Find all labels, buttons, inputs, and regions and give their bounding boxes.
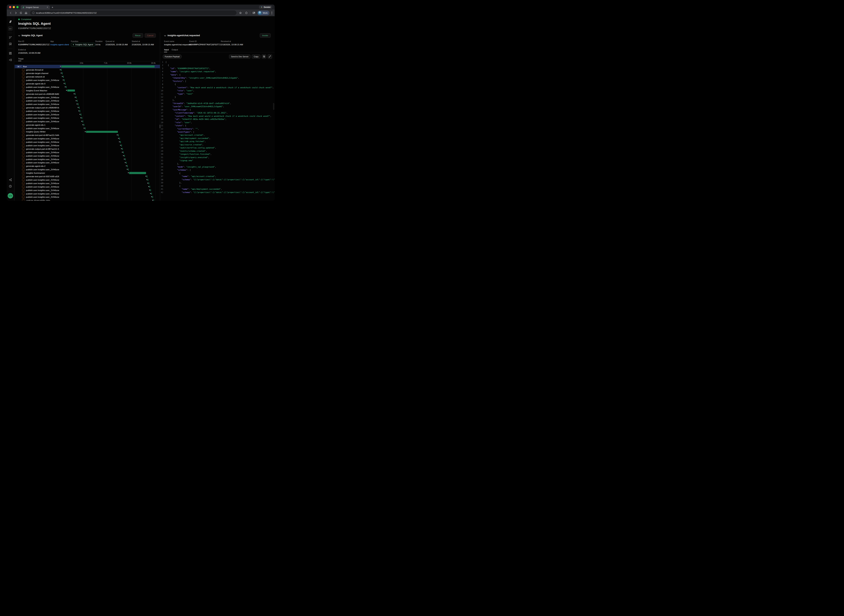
step-count-badge[interactable]: 40 (17, 65, 22, 68)
gantt-bar[interactable] (67, 89, 75, 92)
tab-close-icon[interactable]: × (46, 6, 48, 8)
browser-menu-icon[interactable] (271, 12, 273, 14)
trace-row[interactable]: >_publish:user:insights:user_2VH6zowmh..… (15, 158, 160, 161)
window-controls[interactable] (7, 4, 21, 9)
gantt-bar[interactable] (127, 165, 128, 167)
gantt-bar[interactable] (125, 158, 126, 160)
trace-row[interactable]: >_publish:user:insights:user_2VH6zowmh..… (15, 185, 160, 188)
trace-row[interactable]: >_publish:user:insights:user_2VH6zowmh..… (15, 110, 160, 113)
payload-json-editor[interactable]: 1[2 {3 "id": "01KHRMPVZP0V977KAT2GP3ST7J… (160, 60, 275, 194)
trace-row[interactable]: >_publish:user:insights:user_2VH6zowmh..… (15, 151, 160, 154)
scrollbar-thumb[interactable] (273, 103, 274, 110)
trace-row[interactable]: >_generate-network-id (15, 75, 160, 79)
forward-icon[interactable] (14, 11, 18, 15)
trace-row[interactable]: >_publish:user:insights:user_2VH6zowmh..… (15, 116, 160, 120)
invoke-button[interactable]: Invoke (260, 33, 271, 38)
gantt-bar[interactable] (152, 196, 153, 198)
copy-button[interactable]: Copy (252, 54, 261, 59)
gantt-bar[interactable] (122, 148, 123, 150)
gantt-bar[interactable] (75, 93, 75, 95)
gantt-bar[interactable] (78, 103, 78, 105)
gantt-bar[interactable] (149, 182, 149, 185)
trace-row[interactable]: >_publish:user:insights:user_2VH6zowmh..… (15, 120, 160, 123)
gantt-bar[interactable] (118, 134, 119, 136)
gantt-bar[interactable] (82, 117, 82, 119)
word-wrap-icon[interactable] (262, 54, 266, 59)
gantt-bar[interactable] (120, 141, 121, 143)
trace-row[interactable]: >_generate-agent-ids-0 (15, 82, 160, 85)
trace-row[interactable]: >_generate-output-part-id-887aa111-5d4e.… (15, 147, 160, 151)
gantt-bar[interactable] (121, 144, 122, 147)
trace-row[interactable]: >_publish:user:insights:user_2VH6zowmh..… (15, 96, 160, 99)
trace-row[interactable]: >_publish:user:insights:user_2VH6zowmh..… (15, 161, 160, 164)
gantt-bar[interactable] (148, 179, 148, 181)
gantt-bar[interactable] (86, 131, 118, 133)
trace-row[interactable]: >_publish:user:insights:user_2VH6zowmh..… (15, 178, 160, 182)
trace-row[interactable]: >_publish:user:insights:user_2VH6zowmh..… (15, 195, 160, 199)
trace-row[interactable]: ∿Insights Summarizer (15, 172, 160, 175)
gantt-bar[interactable] (61, 66, 155, 67)
browser-tab[interactable]: Inngest Server × (21, 5, 50, 9)
gantt-bar[interactable] (128, 169, 129, 171)
trace-row[interactable]: >_publish:user:insights:user_2VH6zowmh..… (15, 99, 160, 103)
apps-icon[interactable] (8, 51, 13, 56)
terminal-logs-icon[interactable] (8, 58, 13, 62)
gantt-bar[interactable] (126, 162, 127, 164)
trace-row[interactable]: ∿Insights Event Matcher (15, 89, 160, 92)
cancel-button[interactable]: Cancel (145, 33, 156, 38)
trace-row[interactable]: >_publish:user:insights:user_2VH6zowmh..… (15, 192, 160, 195)
panel-resize-handle[interactable] (160, 125, 160, 128)
trace-row[interactable]: >_generate-output-part-id-c458648f-8d6..… (15, 106, 160, 110)
trace-row[interactable]: >_publish:user:insights:user_2VH6zowmh..… (15, 85, 160, 89)
expand-icon[interactable] (268, 54, 272, 59)
trace-row[interactable]: >_publish:user:insights:user_2VH6zowmh..… (15, 79, 160, 82)
trace-row[interactable]: >_publish:user:insights:user_2VH6zowmh..… (15, 137, 160, 141)
profile-button[interactable]: Work (257, 10, 270, 15)
event-search-icon[interactable] (8, 42, 13, 46)
trace-row-run[interactable]: 40 Run (15, 65, 160, 68)
new-tab-button[interactable]: + (50, 6, 55, 9)
trace-row[interactable]: >_publish:user:insights:user_2VH6zowmh..… (15, 182, 160, 185)
site-info-icon[interactable]: i (32, 12, 35, 14)
gantt-bar[interactable] (81, 113, 81, 116)
trace-row[interactable]: >_publish:user:insights:user_2VH6zowmh..… (15, 144, 160, 147)
gantt-bar[interactable] (62, 72, 63, 75)
home-icon[interactable] (24, 11, 28, 15)
dev-env-badge[interactable]: DV (8, 26, 13, 31)
gemini-button[interactable]: Gemini (259, 5, 272, 9)
trace-row[interactable]: >_publish:user:insights:user_2VH6zowmh..… (15, 168, 160, 172)
gantt-bar[interactable] (151, 189, 151, 191)
trace-row[interactable]: >_publish:user:insights:user_2VH6zowmh..… (15, 103, 160, 106)
extensions-icon[interactable] (244, 11, 249, 15)
gantt-bar[interactable] (85, 128, 85, 129)
runs-list-icon[interactable] (8, 35, 13, 40)
share-icon[interactable] (8, 177, 13, 182)
trace-row[interactable]: >_generate-text-part-id-9357e5f0-a530-4.… (15, 175, 160, 178)
gantt-bar[interactable] (76, 97, 76, 98)
gantt-bar[interactable] (80, 110, 80, 112)
trace-row[interactable]: >_publish:user:insights:user_2VH6zowmh..… (15, 154, 160, 158)
trace-row[interactable]: >_generate-agent-ids-2 (15, 164, 160, 168)
gantt-bar[interactable] (61, 69, 62, 71)
gantt-bar[interactable] (79, 107, 79, 109)
maximize-window-icon[interactable] (16, 6, 19, 8)
gantt-bar[interactable] (129, 172, 146, 174)
trace-row[interactable]: >_publish:user:insights:user_2VH6zowmh..… (15, 188, 160, 192)
gantt-bar[interactable] (124, 155, 125, 157)
trace-row[interactable]: >_generate-agent-ids-1 (15, 123, 160, 127)
chevron-down-icon[interactable] (164, 34, 166, 37)
gantt-bar[interactable] (123, 151, 124, 154)
bookmark-star-icon[interactable] (238, 11, 243, 15)
trace-row[interactable]: >_generate-tool-part-id-887aa111-5d4e-45… (15, 133, 160, 137)
send-to-dev-server-button[interactable]: Send to Dev Server (229, 54, 251, 59)
gantt-bar[interactable] (84, 124, 84, 126)
trace-row[interactable]: >_generate-tool-part-id-c458648f-8d60-..… (15, 92, 160, 96)
gantt-bar[interactable] (147, 175, 147, 177)
minimize-window-icon[interactable] (13, 6, 15, 8)
gantt-bar[interactable] (151, 193, 152, 195)
url-bar[interactable]: i localhost:8288/run?runID=01KHRMPW77GVM… (30, 10, 236, 15)
gantt-bar[interactable] (83, 120, 83, 123)
app-link[interactable]: insights-agent-client (50, 44, 71, 45)
tab-search-icon[interactable] (252, 11, 256, 15)
trace-row[interactable]: >_publish:user:insights:user_2VH6zowmh..… (15, 113, 160, 116)
